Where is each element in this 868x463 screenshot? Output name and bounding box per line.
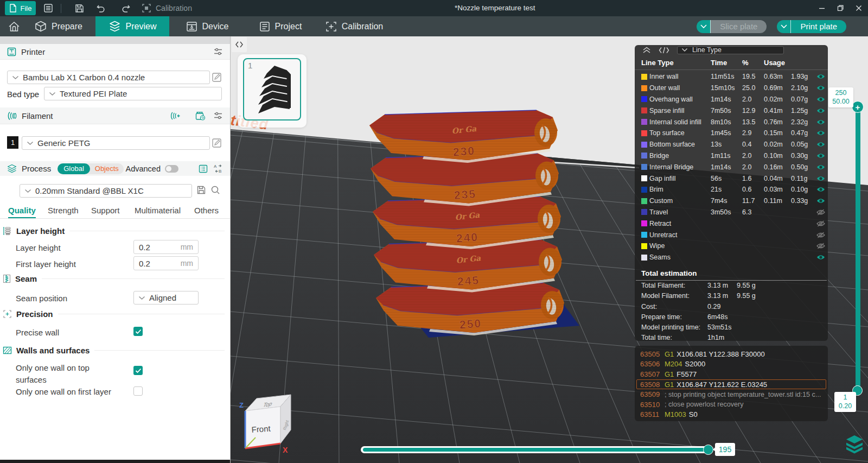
- gcode-line[interactable]: 63507 G1 F5577: [635, 369, 828, 379]
- legend-row[interactable]: Custom 7m4s 11.7 0.11m 0.33g: [635, 195, 828, 207]
- legend-row[interactable]: Top surface 1m45s 2.9 0.15m 0.47g: [635, 128, 828, 139]
- tab-device[interactable]: Device: [179, 16, 235, 36]
- tab-project[interactable]: Project: [251, 16, 310, 36]
- visibility-toggle[interactable]: [814, 85, 828, 91]
- visibility-toggle[interactable]: [814, 220, 828, 227]
- slice-dropdown-arrow[interactable]: [697, 20, 711, 33]
- add-filament-button[interactable]: [170, 111, 180, 120]
- move-slider[interactable]: [361, 446, 712, 453]
- legend-row[interactable]: Seams: [635, 252, 828, 263]
- visibility-toggle[interactable]: [814, 96, 828, 103]
- visibility-toggle[interactable]: [814, 73, 828, 80]
- global-option[interactable]: Global: [58, 163, 90, 174]
- gcode-view-icon[interactable]: [659, 47, 669, 54]
- process-list-button[interactable]: [199, 164, 208, 173]
- visibility-toggle[interactable]: [814, 209, 828, 215]
- gcode-line[interactable]: 63510 ; close powerlost recovery: [635, 399, 828, 410]
- minimize-button[interactable]: [813, 0, 831, 16]
- legend-row[interactable]: Sparse infill 7m50s 12.9 0.41m 1.25g: [635, 105, 828, 116]
- close-button[interactable]: [850, 0, 868, 16]
- file-menu-button[interactable]: File: [5, 1, 36, 15]
- visibility-toggle[interactable]: [814, 254, 828, 261]
- printer-settings-button[interactable]: [213, 47, 223, 56]
- process-preset-dropdown[interactable]: 0.20mm Standard @BBL X1C: [20, 184, 192, 198]
- redo-button[interactable]: [119, 1, 133, 15]
- filament-settings-button[interactable]: [213, 111, 223, 120]
- legend-row[interactable]: Travel 3m50s 6.3: [635, 207, 828, 218]
- layer-range-slider[interactable]: [856, 106, 860, 390]
- compare-presets-button[interactable]: AB: [214, 164, 223, 173]
- collapse-sidebar-button[interactable]: [232, 37, 247, 52]
- tab-preview[interactable]: Preview: [95, 16, 169, 36]
- objects-option[interactable]: Objects: [90, 164, 124, 173]
- search-settings-button[interactable]: [210, 185, 220, 195]
- legend-row[interactable]: Bottom surface 13s 0.4 0.02m 0.05g: [635, 139, 828, 150]
- tab-others[interactable]: Others: [194, 206, 219, 215]
- print-dropdown-arrow[interactable]: [777, 20, 791, 33]
- global-objects-switch[interactable]: Global Objects: [58, 163, 124, 174]
- legend-row[interactable]: Wipe: [635, 240, 828, 252]
- gcode-line[interactable]: 63511 M1003 S0: [635, 410, 828, 420]
- gcode-line[interactable]: 63508 G1 X106.847 Y121.622 E.03245: [635, 379, 828, 390]
- visibility-toggle[interactable]: [814, 164, 828, 170]
- move-slider-handle[interactable]: [703, 445, 713, 455]
- gcode-line[interactable]: 63505 G1 X106.081 Y122.388 F30000: [635, 349, 828, 359]
- legend-row[interactable]: Gap infill 56s 1.6 0.04m 0.11g: [635, 173, 828, 184]
- layer-height-input[interactable]: 0.2 mm: [133, 240, 199, 254]
- slice-plate-button[interactable]: Slice plate: [697, 20, 767, 33]
- legend-row[interactable]: Brim 21s 0.6 0.03m 0.10g: [635, 184, 828, 195]
- visibility-toggle[interactable]: [814, 119, 828, 125]
- tab-support[interactable]: Support: [91, 206, 120, 215]
- advanced-toggle[interactable]: [165, 165, 178, 173]
- save-preset-button[interactable]: [196, 185, 206, 195]
- legend-row[interactable]: Outer wall 15m10s 25.0 0.69m 2.10g: [635, 83, 828, 94]
- collapse-panel-icon[interactable]: [642, 46, 651, 54]
- undo-button[interactable]: [94, 1, 108, 15]
- legend-row[interactable]: Bridge 1m11s 2.0 0.10m 0.30g: [635, 150, 828, 162]
- calibration-toolbar-button[interactable]: Calibration: [142, 3, 192, 13]
- save-button[interactable]: [72, 1, 86, 15]
- seam-position-dropdown[interactable]: Aligned: [133, 291, 199, 305]
- visibility-toggle[interactable]: [814, 130, 828, 136]
- legend-row[interactable]: Internal solid infill 8m10s 13.5 0.76m 2…: [635, 116, 828, 128]
- tab-quality[interactable]: Quality: [8, 206, 36, 218]
- legend-row[interactable]: Unretract: [635, 229, 828, 240]
- main-menu-button[interactable]: [41, 1, 55, 15]
- visibility-toggle[interactable]: [814, 186, 828, 193]
- print-plate-button[interactable]: Print plate: [777, 20, 846, 33]
- visibility-toggle[interactable]: [814, 107, 828, 114]
- maximize-button[interactable]: [831, 0, 850, 16]
- layer-slider-top-handle[interactable]: +: [852, 101, 864, 113]
- legend-row[interactable]: Internal Bridge 1m14s 2.0 0.16m 0.50g: [635, 161, 828, 173]
- visibility-toggle[interactable]: [814, 243, 828, 249]
- visibility-toggle[interactable]: [814, 141, 828, 148]
- printer-model-dropdown[interactable]: Bambu Lab X1 Carbon 0.4 nozzle: [7, 71, 210, 84]
- cube-front-label[interactable]: Front: [251, 424, 271, 434]
- legend-row[interactable]: Retract: [635, 218, 828, 229]
- ams-sync-button[interactable]: [195, 111, 206, 120]
- visibility-toggle[interactable]: [814, 153, 828, 159]
- one-wall-top-checkbox[interactable]: [133, 366, 143, 375]
- gcode-line[interactable]: 63509 ; stop printing object temperature…: [635, 389, 828, 399]
- tab-strength[interactable]: Strength: [48, 206, 79, 215]
- plate-thumbnail-card[interactable]: 1: [238, 54, 307, 128]
- edit-filament-button[interactable]: [212, 137, 222, 148]
- legend-row[interactable]: Overhang wall 1m14s 2.0 0.02m 0.07g: [635, 94, 828, 105]
- edit-printer-button[interactable]: [212, 72, 222, 83]
- tab-prepare[interactable]: Prepare: [31, 16, 86, 36]
- one-wall-first-layer-checkbox[interactable]: [133, 386, 143, 396]
- gcode-line[interactable]: 63506 M204 S2000: [635, 359, 828, 370]
- precise-wall-checkbox[interactable]: [133, 327, 143, 336]
- visibility-toggle[interactable]: [814, 198, 828, 204]
- filament-dropdown[interactable]: Generic PETG: [22, 136, 210, 150]
- bed-type-dropdown[interactable]: Textured PEI Plate: [44, 87, 222, 100]
- tab-multimaterial[interactable]: Multimaterial: [135, 206, 181, 215]
- tab-home[interactable]: [4, 16, 24, 36]
- legend-row[interactable]: Inner wall 11m51s 19.5 0.63m 1.93g: [635, 71, 828, 83]
- filament-slot-number[interactable]: 1: [7, 136, 18, 149]
- first-layer-height-input[interactable]: 0.2 mm: [133, 256, 199, 270]
- visibility-toggle[interactable]: [814, 175, 828, 182]
- visibility-toggle[interactable]: [814, 232, 828, 238]
- view-mode-dropdown[interactable]: Line Type: [677, 46, 784, 54]
- tab-calibration[interactable]: Calibration: [319, 16, 390, 36]
